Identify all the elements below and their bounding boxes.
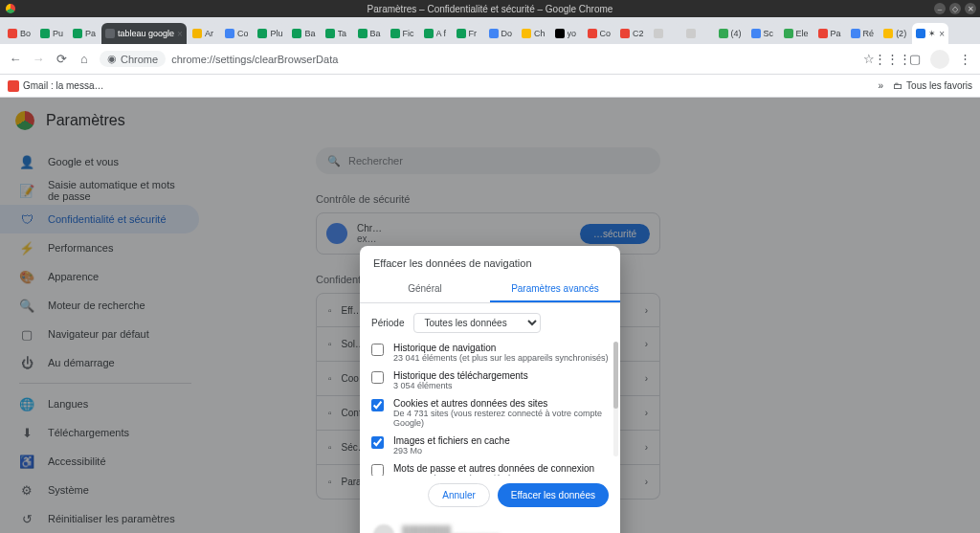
- option-checkbox[interactable]: [371, 371, 384, 384]
- tab-label: tableau google: [118, 29, 174, 38]
- browser-tab[interactable]: Co: [584, 23, 615, 44]
- favicon: [522, 29, 531, 38]
- browser-tab[interactable]: C2: [616, 23, 648, 44]
- tab-label: Fic: [403, 29, 414, 38]
- browser-tab[interactable]: Pa: [69, 23, 100, 44]
- tab-label: Plu: [270, 29, 282, 38]
- tab-label: Pu: [53, 29, 63, 38]
- favicon: [916, 29, 925, 38]
- folder-icon: 🗀: [893, 80, 902, 91]
- browser-tab[interactable]: Plu: [254, 23, 286, 44]
- favicon: [620, 29, 630, 38]
- avatar: [373, 524, 394, 533]
- browser-tab[interactable]: yo: [551, 23, 582, 44]
- browser-tab[interactable]: Ba: [354, 23, 385, 44]
- browser-tab[interactable]: Co: [221, 23, 253, 44]
- gmail-icon: [8, 80, 19, 92]
- browser-tab[interactable]: A f: [420, 23, 451, 44]
- url-text: chrome://settings/clearBrowserData: [171, 54, 338, 65]
- tab-basic[interactable]: Général: [360, 277, 490, 302]
- forward-button[interactable]: →: [31, 52, 46, 67]
- tab-label: Ar: [205, 29, 213, 38]
- home-button[interactable]: ⌂: [77, 52, 92, 67]
- clear-data-option: Historique de navigation23 041 éléments …: [371, 343, 609, 363]
- scrollbar-thumb[interactable]: [613, 342, 618, 409]
- tab-advanced[interactable]: Paramètres avancés: [490, 277, 620, 302]
- browser-tab[interactable]: Ré: [847, 23, 879, 44]
- browser-tab[interactable]: Ta: [322, 23, 352, 44]
- tab-label: Co: [600, 29, 612, 38]
- tabs-icon[interactable]: ▢: [907, 52, 923, 67]
- clear-data-button[interactable]: Effacer les données: [498, 483, 609, 507]
- option-desc: 293 Mo: [393, 446, 510, 455]
- bookmarks-overflow[interactable]: »: [879, 80, 884, 91]
- maximize-button[interactable]: ◇: [949, 3, 961, 14]
- option-desc: 385 mots de passe (associés à yourtext.g…: [393, 474, 609, 476]
- cancel-button[interactable]: Annuler: [428, 483, 489, 507]
- minimize-button[interactable]: –: [934, 3, 946, 14]
- favicon: [192, 29, 202, 38]
- option-title: Cookies et autres données des sites: [393, 398, 609, 409]
- bookmarks-bar: Gmail : la messa… » 🗀 Tous les favoris: [0, 75, 980, 98]
- tab-close-icon[interactable]: ×: [939, 29, 945, 39]
- settings-page: Paramètres 👤Google et vous📝Saisie automa…: [0, 98, 980, 533]
- browser-tab[interactable]: tableau google×: [101, 23, 187, 44]
- option-checkbox[interactable]: [371, 399, 384, 411]
- favicon: [105, 29, 115, 38]
- chrome-chip-icon: ◉: [107, 53, 117, 65]
- favicon: [325, 29, 335, 38]
- back-button[interactable]: ←: [8, 52, 23, 67]
- favicon: [489, 29, 499, 38]
- browser-tab[interactable]: [650, 23, 680, 44]
- browser-tab[interactable]: Fr: [453, 23, 483, 44]
- apps-icon[interactable]: ⋮⋮⋮: [884, 52, 900, 67]
- browser-tab[interactable]: Pu: [36, 23, 67, 44]
- browser-tab[interactable]: Ba: [288, 23, 319, 44]
- tab-label: A f: [436, 29, 447, 38]
- browser-tab[interactable]: Ar: [189, 23, 219, 44]
- tab-label: Bo: [20, 29, 31, 38]
- browser-tab[interactable]: [682, 23, 713, 44]
- favicon: [424, 29, 434, 38]
- favicon: [457, 29, 466, 38]
- browser-tab[interactable]: Fic: [387, 23, 418, 44]
- all-bookmarks-button[interactable]: 🗀 Tous les favoris: [893, 80, 972, 91]
- favicon: [390, 29, 400, 38]
- dialog-footer: ████████████████████████ Pour effacer le…: [360, 515, 620, 533]
- browser-tab[interactable]: Sc: [747, 23, 778, 44]
- option-checkbox[interactable]: [371, 436, 384, 449]
- period-select[interactable]: Toutes les données: [413, 313, 541, 333]
- tab-label: (4): [731, 29, 742, 38]
- browser-tab[interactable]: Do: [485, 23, 517, 44]
- browser-tab[interactable]: (2): [880, 23, 910, 44]
- browser-tab[interactable]: (4): [715, 23, 746, 44]
- favicon: [851, 29, 860, 38]
- toolbar: ← → ⟳ ⌂ ◉Chrome chrome://settings/clearB…: [0, 44, 980, 75]
- browser-tab[interactable]: Pa: [814, 23, 845, 44]
- browser-tab[interactable]: Ch: [518, 23, 549, 44]
- bookmark-gmail[interactable]: Gmail : la messa…: [8, 80, 103, 92]
- favicon: [818, 29, 828, 38]
- dialog-tabs: Général Paramètres avancés: [360, 277, 620, 303]
- option-checkbox[interactable]: [371, 344, 384, 356]
- option-desc: 3 054 éléments: [393, 381, 528, 390]
- omnibox[interactable]: ◉Chrome chrome://settings/clearBrowserDa…: [100, 51, 854, 67]
- close-button[interactable]: ✕: [965, 3, 976, 14]
- tab-label: C2: [633, 29, 644, 38]
- browser-tab[interactable]: Bo: [4, 23, 34, 44]
- tab-label: Co: [237, 29, 249, 38]
- option-checkbox[interactable]: [371, 464, 384, 476]
- browser-tab[interactable]: ✶×: [912, 23, 948, 44]
- favicon: [588, 29, 597, 38]
- tab-label: Ba: [370, 29, 381, 38]
- menu-icon[interactable]: ⋮: [957, 52, 972, 67]
- tab-close-icon[interactable]: ×: [177, 29, 183, 39]
- period-label: Période: [371, 318, 404, 328]
- profile-icon[interactable]: [930, 50, 949, 69]
- tab-label: Sc: [764, 29, 774, 38]
- bookmark-label: Gmail : la messa…: [23, 80, 103, 91]
- reload-button[interactable]: ⟳: [54, 52, 69, 67]
- favicon: [358, 29, 368, 38]
- option-title: Historique de navigation: [393, 343, 609, 353]
- browser-tab[interactable]: Ele: [780, 23, 813, 44]
